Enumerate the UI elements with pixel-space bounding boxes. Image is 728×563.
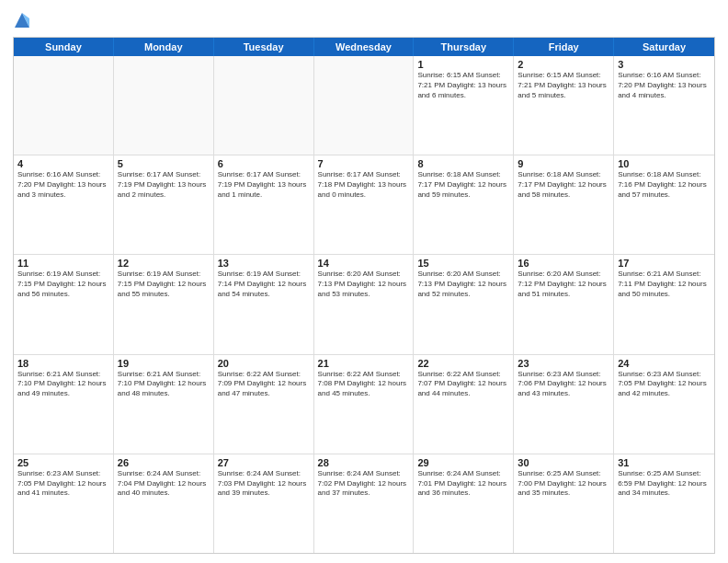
day-cell-27: 27Sunrise: 6:24 AM Sunset: 7:03 PM Dayli… — [214, 454, 314, 553]
day-info: Sunrise: 6:23 AM Sunset: 7:05 PM Dayligh… — [618, 370, 711, 399]
day-cell-21: 21Sunrise: 6:22 AM Sunset: 7:08 PM Dayli… — [314, 355, 415, 454]
day-number: 3 — [618, 59, 711, 70]
day-number: 31 — [618, 457, 711, 468]
day-number: 20 — [218, 358, 310, 369]
day-info: Sunrise: 6:18 AM Sunset: 7:16 PM Dayligh… — [618, 170, 711, 200]
day-info: Sunrise: 6:15 AM Sunset: 7:21 PM Dayligh… — [417, 71, 509, 100]
day-cell-13: 13Sunrise: 6:19 AM Sunset: 7:14 PM Dayli… — [214, 255, 314, 353]
day-info: Sunrise: 6:16 AM Sunset: 7:20 PM Dayligh… — [618, 71, 711, 100]
day-number: 16 — [518, 258, 609, 269]
day-info: Sunrise: 6:18 AM Sunset: 7:17 PM Dayligh… — [518, 170, 609, 200]
day-cell-19: 19Sunrise: 6:21 AM Sunset: 7:10 PM Dayli… — [114, 355, 214, 454]
day-number: 7 — [318, 158, 410, 169]
day-info: Sunrise: 6:22 AM Sunset: 7:09 PM Dayligh… — [218, 370, 310, 399]
day-info: Sunrise: 6:21 AM Sunset: 7:10 PM Dayligh… — [118, 370, 210, 399]
day-info: Sunrise: 6:19 AM Sunset: 7:15 PM Dayligh… — [17, 270, 109, 299]
calendar-row-0: 1Sunrise: 6:15 AM Sunset: 7:21 PM Daylig… — [14, 56, 714, 155]
day-number: 10 — [618, 158, 711, 169]
day-info: Sunrise: 6:17 AM Sunset: 7:18 PM Dayligh… — [318, 170, 410, 200]
day-info: Sunrise: 6:23 AM Sunset: 7:05 PM Dayligh… — [17, 469, 109, 499]
day-cell-2: 2Sunrise: 6:15 AM Sunset: 7:21 PM Daylig… — [514, 56, 614, 155]
day-info: Sunrise: 6:21 AM Sunset: 7:10 PM Dayligh… — [17, 370, 109, 399]
day-number: 15 — [417, 258, 509, 269]
day-cell-5: 5Sunrise: 6:17 AM Sunset: 7:19 PM Daylig… — [114, 155, 214, 254]
day-info: Sunrise: 6:24 AM Sunset: 7:02 PM Dayligh… — [318, 469, 410, 499]
day-cell-8: 8Sunrise: 6:18 AM Sunset: 7:17 PM Daylig… — [414, 155, 514, 254]
day-number: 13 — [218, 258, 310, 269]
day-number: 21 — [318, 358, 410, 369]
day-number: 27 — [218, 457, 310, 468]
day-info: Sunrise: 6:19 AM Sunset: 7:14 PM Dayligh… — [218, 270, 310, 299]
day-cell-3: 3Sunrise: 6:16 AM Sunset: 7:20 PM Daylig… — [614, 56, 714, 155]
header — [13, 9, 715, 31]
day-info: Sunrise: 6:21 AM Sunset: 7:11 PM Dayligh… — [618, 270, 711, 299]
logo-icon — [13, 9, 31, 31]
day-cell-17: 17Sunrise: 6:21 AM Sunset: 7:11 PM Dayli… — [614, 255, 714, 353]
day-info: Sunrise: 6:25 AM Sunset: 6:59 PM Dayligh… — [618, 469, 711, 499]
day-cell-23: 23Sunrise: 6:23 AM Sunset: 7:06 PM Dayli… — [514, 355, 614, 454]
day-cell-16: 16Sunrise: 6:20 AM Sunset: 7:12 PM Dayli… — [514, 255, 614, 353]
day-number: 8 — [417, 158, 509, 169]
day-cell-7: 7Sunrise: 6:17 AM Sunset: 7:18 PM Daylig… — [314, 155, 415, 254]
calendar-row-4: 25Sunrise: 6:23 AM Sunset: 7:05 PM Dayli… — [14, 454, 714, 553]
day-cell-29: 29Sunrise: 6:24 AM Sunset: 7:01 PM Dayli… — [414, 454, 514, 553]
day-number: 18 — [17, 358, 109, 369]
day-info: Sunrise: 6:24 AM Sunset: 7:04 PM Dayligh… — [118, 469, 210, 499]
day-cell-22: 22Sunrise: 6:22 AM Sunset: 7:07 PM Dayli… — [414, 355, 514, 454]
day-cell-30: 30Sunrise: 6:25 AM Sunset: 7:00 PM Dayli… — [514, 454, 614, 553]
day-cell-10: 10Sunrise: 6:18 AM Sunset: 7:16 PM Dayli… — [614, 155, 714, 254]
calendar-body: 1Sunrise: 6:15 AM Sunset: 7:21 PM Daylig… — [14, 56, 714, 553]
day-number: 6 — [218, 158, 310, 169]
day-number: 24 — [618, 358, 711, 369]
day-number: 17 — [618, 258, 711, 269]
header-day-monday: Monday — [114, 38, 214, 56]
day-cell-1: 1Sunrise: 6:15 AM Sunset: 7:21 PM Daylig… — [414, 56, 514, 155]
logo — [13, 9, 33, 31]
day-cell-14: 14Sunrise: 6:20 AM Sunset: 7:13 PM Dayli… — [314, 255, 415, 353]
header-day-sunday: Sunday — [14, 38, 114, 56]
day-number: 25 — [17, 457, 109, 468]
day-number: 28 — [318, 457, 410, 468]
day-info: Sunrise: 6:22 AM Sunset: 7:07 PM Dayligh… — [417, 370, 509, 399]
day-info: Sunrise: 6:18 AM Sunset: 7:17 PM Dayligh… — [417, 170, 509, 200]
day-number: 4 — [17, 158, 109, 169]
day-cell-25: 25Sunrise: 6:23 AM Sunset: 7:05 PM Dayli… — [14, 454, 114, 553]
header-day-tuesday: Tuesday — [214, 38, 314, 56]
page: SundayMondayTuesdayWednesdayThursdayFrid… — [0, 0, 728, 563]
day-cell-4: 4Sunrise: 6:16 AM Sunset: 7:20 PM Daylig… — [14, 155, 114, 254]
day-cell-9: 9Sunrise: 6:18 AM Sunset: 7:17 PM Daylig… — [514, 155, 614, 254]
day-number: 29 — [417, 457, 509, 468]
empty-cell-0-3 — [314, 56, 415, 155]
day-cell-28: 28Sunrise: 6:24 AM Sunset: 7:02 PM Dayli… — [314, 454, 415, 553]
day-number: 9 — [518, 158, 609, 169]
day-info: Sunrise: 6:23 AM Sunset: 7:06 PM Dayligh… — [518, 370, 609, 399]
day-cell-31: 31Sunrise: 6:25 AM Sunset: 6:59 PM Dayli… — [614, 454, 714, 553]
day-number: 14 — [318, 258, 410, 269]
calendar-row-1: 4Sunrise: 6:16 AM Sunset: 7:20 PM Daylig… — [14, 155, 714, 255]
header-day-saturday: Saturday — [614, 38, 714, 56]
calendar-header: SundayMondayTuesdayWednesdayThursdayFrid… — [14, 38, 714, 56]
day-number: 5 — [118, 158, 210, 169]
day-info: Sunrise: 6:15 AM Sunset: 7:21 PM Dayligh… — [518, 71, 609, 100]
day-info: Sunrise: 6:17 AM Sunset: 7:19 PM Dayligh… — [118, 170, 210, 200]
day-info: Sunrise: 6:24 AM Sunset: 7:03 PM Dayligh… — [218, 469, 310, 499]
day-info: Sunrise: 6:19 AM Sunset: 7:15 PM Dayligh… — [118, 270, 210, 299]
day-cell-26: 26Sunrise: 6:24 AM Sunset: 7:04 PM Dayli… — [114, 454, 214, 553]
day-info: Sunrise: 6:22 AM Sunset: 7:08 PM Dayligh… — [318, 370, 410, 399]
day-cell-15: 15Sunrise: 6:20 AM Sunset: 7:13 PM Dayli… — [414, 255, 514, 353]
day-info: Sunrise: 6:24 AM Sunset: 7:01 PM Dayligh… — [417, 469, 509, 499]
day-number: 26 — [118, 457, 210, 468]
calendar-row-2: 11Sunrise: 6:19 AM Sunset: 7:15 PM Dayli… — [14, 255, 714, 354]
day-number: 19 — [118, 358, 210, 369]
header-day-wednesday: Wednesday — [314, 38, 415, 56]
header-day-friday: Friday — [514, 38, 614, 56]
day-cell-24: 24Sunrise: 6:23 AM Sunset: 7:05 PM Dayli… — [614, 355, 714, 454]
day-info: Sunrise: 6:20 AM Sunset: 7:13 PM Dayligh… — [417, 270, 509, 299]
empty-cell-0-0 — [14, 56, 114, 155]
day-info: Sunrise: 6:20 AM Sunset: 7:12 PM Dayligh… — [518, 270, 609, 299]
day-number: 12 — [118, 258, 210, 269]
empty-cell-0-1 — [114, 56, 214, 155]
day-cell-6: 6Sunrise: 6:17 AM Sunset: 7:19 PM Daylig… — [214, 155, 314, 254]
day-info: Sunrise: 6:17 AM Sunset: 7:19 PM Dayligh… — [218, 170, 310, 200]
header-day-thursday: Thursday — [414, 38, 514, 56]
